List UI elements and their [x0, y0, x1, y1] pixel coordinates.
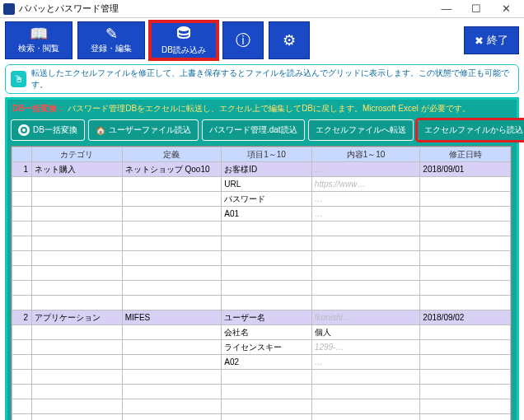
cell[interactable] — [122, 281, 222, 296]
table-row[interactable]: A02… — [12, 355, 511, 370]
cell[interactable] — [420, 385, 511, 399]
cell[interactable] — [222, 399, 312, 414]
cell[interactable] — [122, 192, 222, 207]
table-row[interactable] — [12, 414, 511, 421]
table-row[interactable] — [12, 385, 511, 399]
dat-read-button[interactable]: パスワード管理.dat読込 — [202, 119, 305, 141]
cell[interactable] — [122, 399, 222, 414]
cell[interactable]: A01 — [222, 207, 312, 222]
userfile-read-button[interactable]: 🏠 ユーザーファイル読込 — [88, 119, 199, 141]
col-val[interactable]: 内容1～10 — [311, 147, 420, 162]
from-excel-button[interactable]: エクセルファイルから読込 — [417, 119, 524, 141]
cell[interactable] — [12, 370, 32, 385]
cell[interactable] — [32, 251, 123, 266]
cell[interactable] — [32, 207, 123, 222]
cell[interactable] — [122, 296, 222, 310]
cell[interactable] — [32, 236, 123, 251]
table-row[interactable]: 1ネット購入ネットショップ Qoo10お客様ID…2018/09/01 — [12, 162, 511, 177]
col-date[interactable]: 修正日時 — [420, 147, 511, 162]
cell[interactable] — [12, 207, 32, 222]
cell[interactable] — [420, 236, 511, 251]
cell[interactable] — [222, 266, 312, 281]
cell[interactable] — [122, 222, 222, 236]
col-set[interactable]: 定義 — [122, 147, 222, 162]
cell[interactable] — [122, 207, 222, 222]
cell[interactable] — [311, 281, 420, 296]
maximize-button[interactable]: ☐ — [461, 1, 491, 17]
cell[interactable] — [122, 266, 222, 281]
col-num[interactable] — [12, 147, 32, 162]
minimize-button[interactable]: — — [432, 1, 461, 17]
table-row[interactable] — [12, 296, 511, 310]
cell[interactable] — [32, 296, 123, 310]
exit-button[interactable]: ✖ 終了 — [464, 26, 519, 54]
cell[interactable] — [420, 399, 511, 414]
cell[interactable] — [32, 266, 123, 281]
cell[interactable] — [32, 340, 123, 355]
cell[interactable] — [122, 414, 222, 421]
table-row[interactable]: パスワード… — [12, 192, 511, 207]
cell[interactable] — [122, 370, 222, 385]
cell[interactable] — [420, 340, 511, 355]
cell[interactable] — [32, 325, 123, 340]
cell[interactable]: URL — [222, 177, 312, 192]
cell[interactable] — [420, 325, 511, 340]
nav-search-button[interactable]: 📖 検索・閲覧 — [5, 21, 73, 59]
cell[interactable] — [311, 222, 420, 236]
cell[interactable]: … — [311, 355, 420, 370]
cell[interactable] — [32, 222, 123, 236]
cell[interactable] — [122, 236, 222, 251]
cell[interactable] — [311, 266, 420, 281]
cell[interactable] — [420, 414, 511, 421]
cell[interactable] — [122, 177, 222, 192]
cell[interactable] — [222, 370, 312, 385]
cell[interactable] — [12, 281, 32, 296]
cell[interactable]: 1299-… — [311, 340, 420, 355]
cell[interactable] — [12, 414, 32, 421]
cell[interactable]: https://www… — [311, 177, 420, 192]
cell[interactable] — [32, 414, 123, 421]
cell[interactable] — [32, 355, 123, 370]
cell[interactable] — [12, 222, 32, 236]
cell[interactable] — [420, 281, 511, 296]
cell[interactable] — [12, 251, 32, 266]
table-row[interactable] — [12, 236, 511, 251]
table-row[interactable]: URLhttps://www… — [12, 177, 511, 192]
cell[interactable]: Ikonishi… — [311, 310, 420, 325]
cell[interactable] — [420, 177, 511, 192]
cell[interactable] — [32, 177, 123, 192]
cell[interactable]: 会社名 — [222, 325, 312, 340]
cell[interactable]: ユーザー名 — [222, 310, 312, 325]
cell[interactable] — [12, 385, 32, 399]
cell[interactable] — [32, 281, 123, 296]
cell[interactable] — [222, 281, 312, 296]
cell[interactable] — [420, 222, 511, 236]
col-key[interactable]: 項目1～10 — [222, 147, 312, 162]
cell[interactable]: … — [311, 192, 420, 207]
table-row[interactable]: A01… — [12, 207, 511, 222]
cell[interactable] — [12, 296, 32, 310]
cell[interactable]: 2 — [12, 310, 32, 325]
cell[interactable]: A02 — [222, 355, 312, 370]
cell[interactable] — [311, 251, 420, 266]
cell[interactable]: ライセンスキー — [222, 340, 312, 355]
table-row[interactable] — [12, 222, 511, 236]
cell[interactable]: MIFES — [122, 310, 222, 325]
cell[interactable] — [222, 222, 312, 236]
cell[interactable] — [311, 296, 420, 310]
cell[interactable]: … — [311, 207, 420, 222]
cell[interactable] — [222, 385, 312, 399]
cell[interactable]: パスワード — [222, 192, 312, 207]
cell[interactable]: ネットショップ Qoo10 — [122, 162, 222, 177]
cell[interactable] — [32, 399, 123, 414]
table-row[interactable]: 会社名個人 — [12, 325, 511, 340]
table-row[interactable]: 2アプリケーションMIFESユーザー名Ikonishi…2018/09/02 — [12, 310, 511, 325]
nav-settings-button[interactable]: ⚙ — [269, 21, 310, 59]
cell[interactable] — [122, 325, 222, 340]
cell[interactable]: 2018/09/02 — [420, 310, 511, 325]
cell[interactable] — [32, 385, 123, 399]
cell[interactable] — [122, 385, 222, 399]
table-row[interactable] — [12, 251, 511, 266]
cell[interactable] — [32, 192, 123, 207]
cell[interactable] — [311, 385, 420, 399]
